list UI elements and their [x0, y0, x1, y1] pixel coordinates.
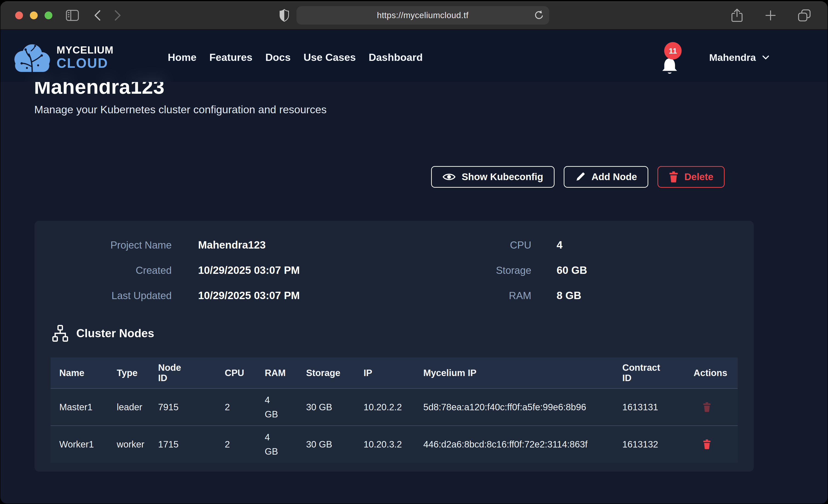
cell-mycelium-ip: 5d8:78ea:a120:f40c:ff0f:a5fe:99e6:8b96 [415, 389, 614, 425]
cell-storage: 30 GB [297, 389, 355, 425]
info-value-project-name: Mahendra123 [172, 239, 471, 251]
delete-node-button-disabled [694, 402, 711, 412]
brand-name-bottom: CLOUD [56, 56, 114, 70]
cell-node-id: 7915 [150, 389, 216, 425]
cell-type: leader [108, 389, 150, 425]
sidebar-toggle-icon[interactable] [66, 9, 79, 22]
delete-node-button[interactable] [694, 439, 711, 449]
nav-link-docs[interactable]: Docs [265, 51, 291, 64]
pencil-icon [575, 172, 586, 182]
info-label-last-updated: Last Updated [48, 290, 172, 301]
col-cpu: CPU [216, 358, 256, 388]
nav-link-dashboard[interactable]: Dashboard [369, 51, 423, 64]
show-kubeconfig-label: Show Kubeconfig [462, 171, 543, 182]
col-actions: Actions [685, 358, 738, 388]
info-label-project-name: Project Name [48, 239, 172, 251]
eye-icon [442, 172, 456, 182]
cell-cpu: 2 [216, 426, 256, 463]
page-content: Mahendra123 Manage your Kubernetes clust… [0, 30, 828, 504]
col-contract-id: Contract ID [614, 358, 685, 388]
col-name: Name [50, 358, 108, 388]
zoom-window-button[interactable] [45, 11, 52, 19]
info-value-storage: 60 GB [531, 264, 740, 276]
site-navbar: MYCELIUM CLOUD Home Features Docs Use Ca… [0, 30, 828, 82]
cell-cpu: 2 [216, 389, 256, 425]
back-icon[interactable] [92, 9, 101, 22]
col-ip: IP [355, 358, 415, 388]
cluster-actions: Show Kubeconfig Add Node Delete [431, 166, 724, 188]
cell-ram: 4 GB [256, 389, 297, 425]
table-row-master1: Master1 leader 7915 2 4 GB 30 GB 10.20.2… [50, 388, 738, 425]
info-value-cpu: 4 [531, 239, 740, 251]
nav-link-home[interactable]: Home [168, 51, 197, 64]
mycelium-cloud-logo-icon [12, 41, 52, 74]
cell-type: worker [108, 426, 150, 463]
cluster-card: Project Name Mahendra123 CPU 4 Created 1… [35, 221, 754, 472]
url-text: https://myceliumcloud.tf [377, 10, 468, 20]
cell-ram: 4 GB [256, 426, 297, 463]
cell-ip: 10.20.2.2 [355, 389, 415, 425]
nav-link-use-cases[interactable]: Use Cases [303, 51, 356, 64]
privacy-shield-icon[interactable] [279, 9, 290, 22]
col-mycelium-ip: Mycelium IP [415, 358, 614, 388]
table-row-worker1: Worker1 worker 1715 2 4 GB 30 GB 10.20.3… [50, 425, 738, 463]
chevron-down-icon [762, 54, 770, 60]
reload-icon[interactable] [533, 10, 543, 21]
info-label-ram: RAM [471, 290, 531, 301]
info-value-last-updated: 10/29/2025 03:07 PM [172, 289, 471, 302]
page-subtitle: Manage your Kubernetes cluster configura… [34, 103, 327, 116]
browser-window: https://myceliumcloud.tf Mahendra123 Man… [0, 1, 828, 504]
nav-link-features[interactable]: Features [209, 51, 253, 64]
notification-count-badge: 11 [664, 42, 681, 59]
info-label-storage: Storage [471, 265, 531, 276]
network-nodes-icon [51, 325, 69, 342]
cell-name: Master1 [50, 389, 108, 425]
trash-icon [669, 171, 678, 182]
cell-contract-id: 1613132 [614, 426, 685, 463]
col-ram: RAM [256, 358, 297, 388]
username: Mahendra [709, 52, 756, 63]
nodes-table-header: Name Type Node ID CPU RAM Storage IP Myc… [50, 358, 738, 388]
cluster-nodes-heading: Cluster Nodes [51, 325, 154, 342]
traffic-lights [15, 11, 52, 19]
cell-storage: 30 GB [297, 426, 355, 463]
browser-chrome: https://myceliumcloud.tf [0, 1, 828, 30]
col-storage: Storage [297, 358, 355, 388]
cell-node-id: 1715 [150, 426, 216, 463]
info-value-ram: 8 GB [531, 289, 740, 302]
new-tab-icon[interactable] [764, 9, 777, 22]
nav-links: Home Features Docs Use Cases Dashboard [168, 51, 423, 64]
show-kubeconfig-button[interactable]: Show Kubeconfig [431, 166, 554, 188]
cell-contract-id: 1613131 [614, 389, 685, 425]
close-window-button[interactable] [15, 11, 23, 19]
brand-name-top: MYCELIUM [56, 45, 114, 55]
add-node-button[interactable]: Add Node [564, 166, 648, 188]
delete-cluster-button[interactable]: Delete [658, 166, 724, 188]
url-bar[interactable]: https://myceliumcloud.tf [296, 6, 549, 25]
col-node-id: Node ID [150, 358, 216, 388]
cluster-nodes-title: Cluster Nodes [76, 327, 154, 340]
nodes-table: Name Type Node ID CPU RAM Storage IP Myc… [50, 358, 738, 463]
bell-icon [660, 57, 679, 77]
share-icon[interactable] [731, 8, 743, 23]
minimize-window-button[interactable] [30, 11, 38, 19]
add-node-label: Add Node [591, 171, 637, 182]
delete-label: Delete [685, 171, 713, 182]
cluster-info: Project Name Mahendra123 CPU 4 Created 1… [48, 239, 740, 302]
cell-mycelium-ip: 446:d2a6:8bcd:8c16:ff0f:72e2:3114:863f [415, 426, 614, 463]
info-value-created: 10/29/2025 03:07 PM [172, 264, 471, 276]
cell-name: Worker1 [50, 426, 108, 463]
forward-icon [114, 9, 123, 22]
col-type: Type [108, 358, 150, 388]
cell-ip: 10.20.3.2 [355, 426, 415, 463]
user-menu[interactable]: Mahendra [709, 52, 770, 63]
tab-overview-icon[interactable] [798, 9, 811, 22]
info-label-created: Created [48, 265, 172, 276]
info-label-cpu: CPU [471, 239, 531, 251]
notifications-button[interactable]: 11 [660, 57, 688, 84]
brand-logo[interactable]: MYCELIUM CLOUD [12, 41, 114, 74]
